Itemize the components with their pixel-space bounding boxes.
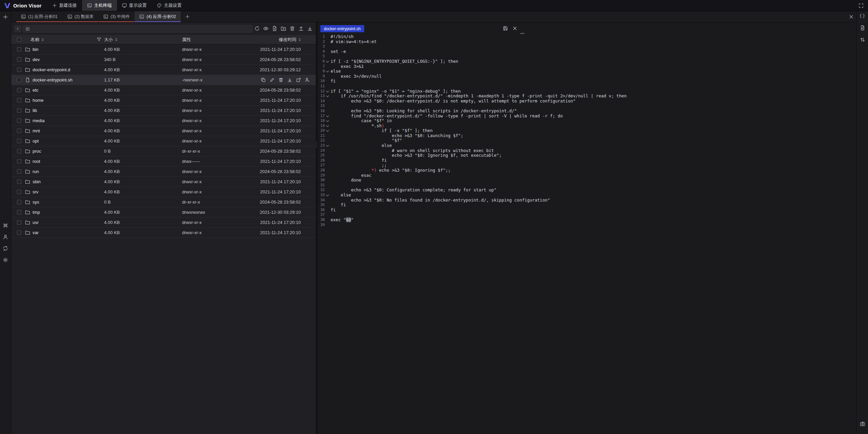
file-text-icon[interactable] — [860, 25, 865, 31]
eye-icon[interactable] — [263, 26, 269, 31]
file-name[interactable]: mnt — [33, 126, 40, 136]
row-checkbox[interactable] — [17, 230, 21, 235]
table-row[interactable]: etc4.00 KBdrwxr-xr-x2024-05-28 23:58:02 — [11, 85, 316, 95]
move-icon[interactable] — [296, 77, 301, 82]
sync-icon[interactable] — [3, 246, 8, 251]
row-checkbox[interactable] — [17, 159, 21, 164]
row-checkbox[interactable] — [17, 47, 21, 52]
camera-icon[interactable] — [860, 421, 865, 427]
tab-2[interactable]: (2) 数据库 — [63, 11, 98, 22]
refresh-icon[interactable] — [254, 26, 260, 31]
row-checkbox[interactable] — [17, 129, 21, 133]
file-name[interactable]: proc — [33, 146, 41, 156]
table-row[interactable]: var4.00 KBdrwxr-xr-x2021-11-24 17:20:10 — [11, 228, 316, 238]
row-checkbox[interactable] — [17, 149, 21, 153]
fold-chevron-icon[interactable] — [325, 114, 331, 119]
new-tab-button[interactable] — [185, 11, 190, 22]
row-checkbox[interactable] — [17, 200, 21, 204]
gear-icon[interactable] — [3, 257, 8, 263]
table-row[interactable]: media4.00 KBdrwxr-xr-x2021-11-24 17:20:1… — [11, 116, 316, 126]
column-header-mtime[interactable]: 修改时间 — [279, 35, 301, 44]
new-file-icon[interactable] — [272, 26, 277, 31]
file-tag[interactable]: docker-entrypoint.sh — [320, 25, 364, 32]
file-name[interactable]: root — [33, 156, 40, 166]
row-checkbox[interactable] — [17, 220, 21, 225]
fold-chevron-icon[interactable] — [325, 124, 331, 129]
row-checkbox[interactable] — [17, 98, 21, 102]
table-row[interactable]: tmp4.00 KBdrwxrwxrwx2021-12-30 03:29:10 — [11, 207, 316, 218]
trash-icon[interactable] — [290, 26, 295, 31]
nav-item-2[interactable]: 主机终端 — [82, 0, 117, 11]
sort-carets-icon[interactable] — [299, 38, 301, 41]
sort-carets-icon[interactable] — [42, 38, 44, 41]
row-checkbox[interactable] — [17, 88, 21, 92]
select-all-checkbox[interactable] — [17, 37, 21, 42]
row-checkbox[interactable] — [17, 180, 21, 184]
row-checkbox[interactable] — [17, 190, 21, 194]
fold-chevron-icon[interactable] — [325, 193, 331, 198]
table-row[interactable]: sys0 Bdr-xr-xr-x2024-05-28 23:58:02 — [11, 197, 316, 207]
fold-chevron-icon[interactable] — [325, 89, 331, 94]
file-name[interactable]: run — [33, 167, 39, 176]
back-button[interactable] — [14, 25, 21, 32]
filter-icon[interactable] — [97, 37, 101, 42]
nav-item-4[interactable]: 主题设置 — [152, 0, 187, 11]
editor-close-icon[interactable] — [512, 26, 517, 31]
row-checkbox[interactable] — [17, 108, 21, 113]
table-row[interactable]: mnt4.00 KBdrwxr-xr-x2021-11-24 17:20:10 — [11, 126, 316, 136]
edit-icon[interactable] — [270, 77, 275, 82]
table-row[interactable]: opt4.00 KBdrwxr-xr-x2021-11-24 17:20:10 — [11, 136, 316, 146]
table-row[interactable]: sbin4.00 KBdrwxr-xr-x2021-11-24 17:20:10 — [11, 177, 316, 187]
file-name[interactable]: media — [33, 116, 44, 126]
download-icon[interactable] — [287, 77, 292, 82]
fullscreen-icon[interactable] — [859, 3, 864, 8]
editor-scrollbar-thumb[interactable] — [520, 33, 525, 34]
file-name[interactable]: docker-entrypoint.sh — [33, 75, 73, 85]
column-header-size[interactable]: 大小 — [104, 35, 117, 44]
file-name[interactable]: home — [33, 95, 44, 105]
path-input[interactable] — [23, 25, 253, 33]
file-name[interactable]: sys — [33, 197, 39, 207]
row-checkbox[interactable] — [17, 210, 21, 214]
file-name[interactable]: var — [33, 228, 39, 238]
download-icon[interactable] — [307, 26, 313, 31]
table-row[interactable]: usr4.00 KBdrwxr-xr-x2021-11-24 17:20:10 — [11, 218, 316, 228]
command-icon[interactable]: ⌘ — [3, 223, 8, 228]
fold-chevron-icon[interactable] — [325, 69, 331, 74]
table-row[interactable]: proc0 Bdr-xr-xr-x2024-05-28 23:58:02 — [11, 146, 316, 156]
fold-chevron-icon[interactable] — [325, 94, 331, 99]
file-name[interactable]: usr — [33, 218, 39, 227]
fold-chevron-icon[interactable] — [325, 59, 331, 64]
fold-chevron-icon[interactable] — [325, 128, 331, 133]
new-folder-icon[interactable] — [281, 26, 286, 31]
table-row[interactable]: dev340 Bdrwxr-xr-x2024-05-28 23:58:02 — [11, 55, 316, 65]
fold-chevron-icon[interactable] — [325, 118, 331, 124]
code-area[interactable]: 1#!/bin/sh2# vim:sw=4:ts=4:et34set -e56i… — [318, 34, 856, 434]
table-row[interactable]: docker-entrypoint.d4.00 KBdrwxr-xr-x2021… — [11, 65, 316, 75]
row-checkbox[interactable] — [17, 68, 21, 72]
row-checkbox[interactable] — [17, 57, 21, 62]
tab-3[interactable]: (3) 中间件 — [99, 11, 134, 22]
table-row[interactable]: lib4.00 KBdrwxr-xr-x2021-11-24 17:20:10 — [11, 106, 316, 116]
row-checkbox[interactable] — [17, 118, 21, 123]
copy-icon[interactable] — [261, 77, 266, 82]
file-name[interactable]: docker-entrypoint.d — [33, 65, 70, 75]
app-logo[interactable]: Orion Visor — [0, 0, 47, 11]
tab-1[interactable]: (1) 应用-分析01 — [16, 11, 62, 22]
file-name[interactable]: etc — [33, 85, 38, 95]
path-menu-icon[interactable] — [25, 27, 30, 31]
fold-chevron-icon[interactable] — [325, 143, 331, 148]
upload-icon[interactable] — [298, 26, 304, 31]
nav-item-3[interactable]: 显示设置 — [117, 0, 152, 11]
table-row[interactable]: docker-entrypoint.sh1.17 KB-rwxrwxr-x — [11, 75, 316, 85]
file-name[interactable]: opt — [33, 136, 39, 146]
permission-icon[interactable] — [305, 77, 310, 82]
plus-icon[interactable] — [3, 14, 8, 20]
table-row[interactable]: srv4.00 KBdrwxr-xr-x2021-11-24 17:20:10 — [11, 187, 316, 197]
table-row[interactable]: bin4.00 KBdrwxr-xr-x2021-11-24 17:20:10 — [11, 44, 316, 55]
file-name[interactable]: srv — [33, 187, 38, 197]
save-icon[interactable] — [503, 26, 508, 31]
row-checkbox[interactable] — [17, 78, 21, 82]
swap-vertical-icon[interactable] — [860, 37, 865, 42]
tabbar-close-icon[interactable] — [849, 14, 854, 19]
